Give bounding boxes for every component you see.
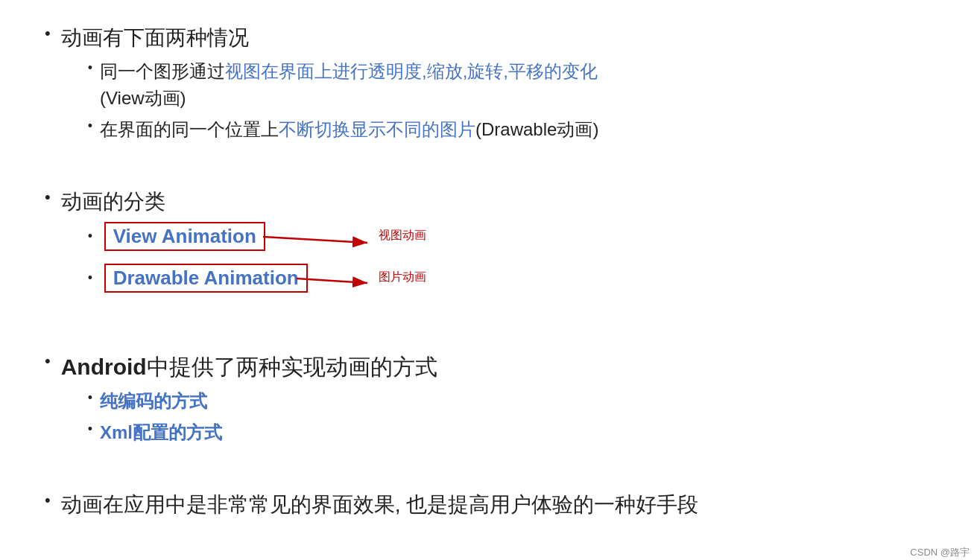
sub-text-1-1-after: (View动画) bbox=[100, 88, 186, 108]
section3-bold-part: Android bbox=[61, 354, 147, 379]
sub-dot-1-1: • bbox=[88, 60, 92, 76]
sub-text-1-1-before: 同一个图形通过 bbox=[100, 61, 225, 81]
sub-dot-3-1: • bbox=[88, 390, 92, 406]
bullet-dot-4: • bbox=[45, 491, 51, 510]
bullet-item-4: • 动画在应用中是非常常见的界面效果, 也是提高用户体验的一种好手段 bbox=[45, 489, 932, 521]
section-2: • 动画的分类 • View Animation • Drawab bbox=[45, 186, 932, 311]
section-1: • 动画有下面两种情况 • 同一个图形通过视图在界面上进行透明度,缩放,旋转,平… bbox=[45, 22, 932, 147]
sub-text-1-1: 同一个图形通过视图在界面上进行透明度,缩放,旋转,平移的变化(View动画) bbox=[100, 58, 598, 112]
bullet-dot-3: • bbox=[45, 351, 51, 371]
bullet-dot-2: • bbox=[45, 188, 51, 207]
sub-item-1-1: • 同一个图形通过视图在界面上进行透明度,缩放,旋转,平移的变化(View动画) bbox=[88, 58, 599, 112]
sub-item-3-1: • 纯编码的方式 bbox=[88, 388, 437, 415]
watermark: CSDN @路宇 bbox=[910, 546, 970, 559]
view-animation-label: View Animation bbox=[104, 222, 265, 251]
sub-dot-2-2: • bbox=[88, 270, 92, 286]
bullet-item-2: • 动画的分类 • View Animation • Drawab bbox=[45, 186, 932, 311]
section-4: • 动画在应用中是非常常见的界面效果, 也是提高用户体验的一种好手段 bbox=[45, 489, 932, 521]
sub-text-1-2-highlight: 不断切换显示不同的图片 bbox=[279, 119, 475, 139]
drawable-animation-label: Drawable Animation bbox=[104, 264, 308, 293]
label-drawable-animation: 图片动画 bbox=[379, 270, 426, 285]
sub-dot-3-2: • bbox=[88, 421, 92, 437]
sub-text-3-1: 纯编码的方式 bbox=[100, 388, 207, 415]
svg-line-2 bbox=[263, 237, 367, 243]
sub-text-1-2-before: 在界面的同一个位置上 bbox=[100, 119, 279, 139]
sub-text-1-2: 在界面的同一个位置上不断切换显示不同的图片(Drawable动画) bbox=[100, 116, 598, 143]
bullet-item-1: • 动画有下面两种情况 • 同一个图形通过视图在界面上进行透明度,缩放,旋转,平… bbox=[45, 22, 932, 147]
sub-dot-2-1: • bbox=[88, 229, 92, 244]
sub-text-3-2: Xml配置的方式 bbox=[100, 419, 222, 446]
bullet-item-3: • Android中提供了两种实现动画的方式 • 纯编码的方式 • Xml配置的… bbox=[45, 350, 932, 451]
section3-title: Android中提供了两种实现动画的方式 bbox=[61, 354, 437, 379]
view-animation-row: • View Animation bbox=[104, 222, 265, 251]
animation-diagram: • View Animation • Drawable Animation bbox=[88, 222, 625, 311]
label-view-animation: 视图动画 bbox=[379, 228, 426, 244]
sub-dot-1-2: • bbox=[88, 118, 92, 134]
section2-title: 动画的分类 bbox=[61, 190, 165, 213]
section1-sub-list: • 同一个图形通过视图在界面上进行透明度,缩放,旋转,平移的变化(View动画)… bbox=[88, 58, 599, 143]
sub-text-1-1-highlight: 视图在界面上进行透明度,缩放,旋转,平移的变化 bbox=[225, 61, 598, 81]
section3-sub-list: • 纯编码的方式 • Xml配置的方式 bbox=[88, 388, 437, 446]
section3-normal-part: 中提供了两种实现动画的方式 bbox=[147, 354, 437, 379]
drawable-animation-row: • Drawable Animation bbox=[104, 264, 308, 293]
bullet-dot-1: • bbox=[45, 24, 51, 43]
section2-sub-list: • View Animation • Drawable Animation bbox=[88, 222, 625, 311]
section4-title: 动画在应用中是非常常见的界面效果, 也是提高用户体验的一种好手段 bbox=[61, 489, 699, 521]
sub-item-1-2: • 在界面的同一个位置上不断切换显示不同的图片(Drawable动画) bbox=[88, 116, 599, 143]
section1-title: 动画有下面两种情况 bbox=[61, 26, 249, 49]
sub-text-1-2-after: (Drawable动画) bbox=[475, 119, 598, 139]
section-3: • Android中提供了两种实现动画的方式 • 纯编码的方式 • Xml配置的… bbox=[45, 350, 932, 451]
content-area: • 动画有下面两种情况 • 同一个图形通过视图在界面上进行透明度,缩放,旋转,平… bbox=[45, 22, 932, 521]
sub-item-3-2: • Xml配置的方式 bbox=[88, 419, 437, 446]
